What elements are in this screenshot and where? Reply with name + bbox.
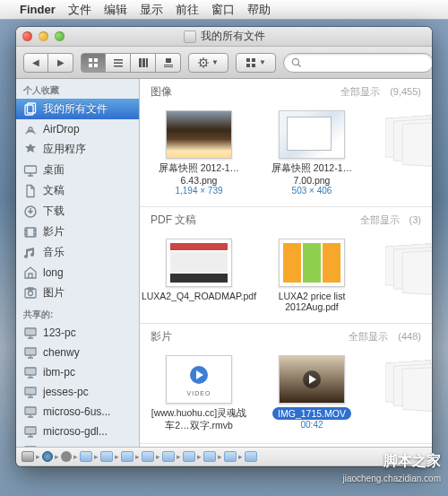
folder-icon (121, 451, 134, 462)
svg-rect-4 (114, 59, 123, 61)
overflow-stack[interactable] (385, 241, 432, 300)
svg-rect-16 (252, 58, 255, 62)
svg-rect-10 (166, 58, 171, 63)
sidebar-item-all-files[interactable]: 我的所有文件 (16, 99, 139, 119)
menu-window[interactable]: 窗口 (211, 2, 235, 18)
app-menu[interactable]: Finder (20, 3, 56, 16)
path-segment[interactable] (80, 451, 92, 462)
menu-go[interactable]: 前往 (176, 2, 199, 18)
folder-icon (224, 451, 237, 462)
section-count[interactable]: 全部显示 (448) (349, 330, 421, 344)
overflow-stack[interactable] (385, 113, 432, 172)
file-name: 屏幕快照 2012-1…6.43.png (149, 162, 249, 186)
coverflow-view-button[interactable] (156, 53, 181, 73)
sidebar-item-pc[interactable]: 123-pc (16, 323, 139, 343)
path-segment[interactable] (162, 451, 175, 462)
arrange-button[interactable]: ▼ (236, 53, 276, 73)
file-name: IMG_1715.MOV (272, 407, 351, 420)
chevron-icon: ▸ (238, 452, 243, 461)
sidebar-item-label: AirDrop (43, 123, 80, 135)
chevron-icon: ▸ (177, 452, 181, 461)
path-segment[interactable] (61, 451, 72, 462)
file-item[interactable]: VIDEO[www.huohu.cc]灵魂战车2…双字.rmvb (145, 352, 253, 436)
sidebar-item-label: microso-gdl... (43, 425, 108, 438)
sidebar-item-downloads[interactable]: 下载 (16, 201, 139, 222)
svg-rect-11 (164, 65, 173, 65)
sidebar-item-pc[interactable]: microso-6us... (16, 402, 139, 422)
sidebar-item-documents[interactable]: 文稿 (16, 180, 139, 201)
sidebar-item-label: 应用程序 (43, 142, 86, 157)
path-segment[interactable] (183, 451, 195, 462)
file-grid: LUXA2_Q4_ROADMAP.pdfLUXA2 price list 201… (140, 231, 432, 324)
section-count[interactable]: 全部显示 (3) (360, 213, 421, 227)
music-icon (23, 246, 38, 260)
sidebar-item-pc[interactable]: ibm-pc (16, 362, 139, 382)
file-item[interactable]: 屏幕快照 2012-1…6.43.png1,194 × 739 (145, 107, 253, 199)
file-item[interactable]: 屏幕快照 2012-1…7.00.png503 × 406 (258, 107, 366, 199)
svg-point-14 (202, 62, 204, 64)
menu-help[interactable]: 帮助 (247, 2, 271, 18)
pc-icon (23, 345, 38, 360)
sidebar-item-label: 影片 (43, 224, 65, 239)
menu-view[interactable]: 显示 (140, 2, 163, 18)
watermark-sub: jiaocheng.chazidian.com (342, 474, 441, 483)
path-segment[interactable] (203, 451, 216, 462)
path-segment[interactable] (42, 451, 53, 462)
back-button[interactable]: ◀ (23, 53, 48, 73)
sidebar-item-pc[interactable]: chenwy (16, 343, 139, 362)
close-button[interactable] (22, 31, 32, 41)
file-item[interactable]: IMG_1715.MOV00:42 (258, 352, 366, 436)
list-view-button[interactable] (106, 53, 131, 73)
path-segment[interactable] (142, 451, 154, 462)
sidebar-item-label: 我的所有文件 (43, 101, 108, 117)
column-view-button[interactable] (131, 53, 156, 73)
path-bar[interactable]: ▸▸▸▸▸▸▸▸▸▸▸ (16, 447, 432, 466)
sidebar-item-desktop[interactable]: 桌面 (16, 160, 139, 180)
chevron-icon: ▸ (115, 452, 119, 461)
sidebar-item-airdrop[interactable]: AirDrop (16, 119, 139, 139)
path-segment[interactable] (22, 451, 34, 462)
overflow-stack[interactable] (385, 358, 432, 417)
sidebar-item-label: 文稿 (43, 183, 65, 198)
file-name: LUXA2_Q4_ROADMAP.pdf (142, 291, 256, 301)
section-header: PDF 文稿全部显示 (3) (140, 207, 432, 231)
file-dimensions: 503 × 406 (292, 186, 332, 196)
sidebar-item-apps[interactable]: 应用程序 (16, 139, 139, 160)
all-files-icon (23, 102, 38, 117)
nav-buttons: ◀ ▶ (23, 53, 73, 73)
svg-rect-3 (94, 64, 98, 67)
path-segment[interactable] (100, 451, 113, 462)
path-segment[interactable] (121, 451, 134, 462)
file-item[interactable]: LUXA2 price list 2012Aug.pdf (258, 235, 366, 316)
sidebar-item-pc[interactable]: jesses-pc (16, 382, 139, 402)
sidebar-item-music[interactable]: 音乐 (16, 242, 139, 263)
sidebar-item-label: 123-pc (43, 326, 76, 339)
finder-window: 我的所有文件 ◀ ▶ ▼ ▼ 个人收藏 我的所有文件AirDrop应用程序桌面文… (16, 27, 432, 466)
svg-rect-22 (25, 166, 37, 173)
path-segment[interactable] (245, 451, 257, 462)
sidebar-item-home[interactable]: long (16, 263, 139, 283)
minimize-button[interactable] (39, 31, 48, 41)
section-count[interactable]: 全部显示 (9,455) (340, 85, 421, 99)
titlebar[interactable]: 我的所有文件 (16, 27, 432, 47)
sidebar-item-movies[interactable]: 影片 (16, 222, 139, 242)
sidebar-item-label: jesses-pc (43, 386, 89, 398)
icon-view-button[interactable] (81, 53, 106, 73)
file-thumbnail (166, 239, 232, 287)
sidebar-item-pc[interactable]: mnas4100 (16, 441, 139, 447)
file-item[interactable]: LUXA2_Q4_ROADMAP.pdf (145, 235, 253, 316)
search-field[interactable] (283, 53, 432, 73)
menu-file[interactable]: 文件 (68, 2, 91, 18)
zoom-button[interactable] (55, 31, 65, 41)
action-button[interactable]: ▼ (188, 53, 228, 73)
search-input[interactable] (306, 57, 426, 69)
path-segment[interactable] (224, 451, 237, 462)
file-dimensions: 00:42 (300, 420, 323, 430)
file-thumbnail: VIDEO (166, 355, 232, 404)
sidebar-item-pictures[interactable]: 图片 (16, 283, 139, 303)
folder-icon (142, 451, 154, 462)
menu-edit[interactable]: 编辑 (104, 2, 127, 18)
sidebar-item-pc[interactable]: microso-gdl... (16, 422, 139, 441)
svg-rect-0 (89, 58, 92, 62)
forward-button[interactable]: ▶ (48, 53, 73, 73)
